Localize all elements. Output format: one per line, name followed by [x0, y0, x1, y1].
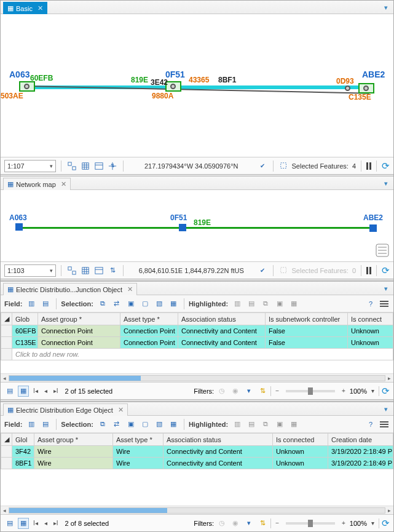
arrows-icon[interactable]: ⇅	[107, 161, 118, 172]
tab-network[interactable]: ▦ Network map ✕	[3, 178, 71, 190]
snap-icon[interactable]	[66, 161, 77, 172]
col-assoc[interactable]: Association status	[178, 313, 266, 325]
scale-select[interactable]: 1:103 ▾	[4, 264, 56, 277]
table-row[interactable]: 60EFB Connection Point Connection Point …	[1, 325, 393, 337]
nav-next-icon[interactable]: ▸I	[52, 520, 60, 526]
hl-5-icon[interactable]: ▦	[288, 418, 300, 431]
pane-menu[interactable]: ▾	[381, 178, 391, 188]
sel-delete-icon[interactable]: ▧	[153, 418, 165, 431]
zoom-slider[interactable]	[286, 522, 335, 525]
hl-2-icon[interactable]: ▤	[245, 298, 258, 310]
nav-prev-icon[interactable]: ◂	[42, 520, 49, 526]
table-icon[interactable]	[93, 161, 104, 172]
nm-node-ABE2[interactable]	[369, 224, 377, 232]
zoom-slider[interactable]	[286, 390, 335, 392]
basic-canvas[interactable]: A063 60EFB 503AE 819E 3E42 0F51 43365 8B…	[1, 14, 393, 157]
hl-3-icon[interactable]: ⧉	[259, 298, 272, 310]
col-asset-type[interactable]: Asset type *	[120, 313, 178, 325]
basemap-icon[interactable]	[375, 243, 390, 258]
nav-prev-icon[interactable]: ◂	[42, 387, 49, 394]
nm-node-A063[interactable]	[15, 223, 23, 231]
selection-icon[interactable]	[278, 161, 290, 172]
table-new-row[interactable]: Click to add new row.	[1, 349, 393, 360]
table-row[interactable]: 8BF1 Wire Wire Connectivity and Content …	[1, 458, 393, 469]
pause-icon[interactable]	[366, 162, 371, 170]
hl-5-icon[interactable]: ▦	[288, 298, 300, 310]
filter-funnel-icon[interactable]: ▾	[243, 386, 254, 397]
nav-first-icon[interactable]: I◂	[31, 387, 40, 394]
hl-3-icon[interactable]: ⧉	[259, 418, 272, 431]
row-selector-header[interactable]: ◢	[1, 434, 12, 446]
col-subnet[interactable]: Is subnetwork controller	[266, 313, 348, 325]
nav-next-icon[interactable]: ▸I	[52, 387, 60, 394]
nav-first-icon[interactable]: I◂	[31, 520, 40, 526]
sel-copy-icon[interactable]: ▦	[167, 418, 179, 431]
table-icon[interactable]	[93, 265, 104, 276]
filter-sort-icon[interactable]: ⇅	[257, 386, 268, 397]
sel-related-icon[interactable]: ⧉	[97, 298, 109, 310]
network-canvas[interactable]: A063 0F51 819E ABE2	[1, 190, 393, 261]
help-icon[interactable]: ?	[364, 298, 377, 310]
sel-zoom-icon[interactable]: ▣	[125, 418, 137, 431]
sel-delete-icon[interactable]: ▧	[153, 298, 165, 310]
grid-icon[interactable]	[80, 265, 91, 276]
hl-2-icon[interactable]: ▤	[245, 418, 258, 431]
hl-4-icon[interactable]: ▣	[274, 298, 286, 310]
col-asset-type[interactable]: Asset type *	[113, 434, 164, 446]
junction-table[interactable]: ◢ Glob Asset group * Asset type * Associ…	[1, 312, 393, 360]
zoom-minus[interactable]: −	[274, 387, 281, 394]
view-all-icon[interactable]: ▤	[4, 518, 15, 529]
hl-1-icon[interactable]: ▥	[231, 298, 243, 310]
toolbar-menu-icon[interactable]	[379, 419, 390, 430]
zoom-minus[interactable]: −	[274, 520, 281, 526]
field-add-icon[interactable]: ▥	[25, 298, 37, 310]
close-icon[interactable]: ✕	[61, 180, 66, 188]
view-selected-icon[interactable]: ▦	[18, 386, 29, 397]
pane-menu[interactable]: ▾	[381, 2, 391, 12]
sel-switch-icon[interactable]: ⇄	[111, 418, 123, 431]
coords-menu[interactable]: ✔	[257, 161, 268, 172]
view-all-icon[interactable]: ▤	[4, 386, 15, 397]
hl-4-icon[interactable]: ▣	[274, 418, 286, 431]
sel-zoom-icon[interactable]: ▣	[125, 298, 137, 310]
filter-extent-icon[interactable]: ◉	[230, 386, 241, 397]
snap-icon[interactable]	[66, 265, 77, 276]
filter-time-icon[interactable]: ◷	[216, 518, 227, 529]
edge-hscroll[interactable]: ◂ ▸	[1, 506, 393, 514]
col-connected[interactable]: Is connect	[348, 313, 393, 325]
sel-clear-icon[interactable]: ▢	[139, 418, 151, 431]
tab-junction[interactable]: ▦ Electric Distributio...Junction Object…	[3, 283, 137, 295]
pane-menu[interactable]: ▾	[381, 284, 391, 293]
close-icon[interactable]: ✕	[127, 285, 133, 293]
refresh-icon[interactable]: ⟳	[382, 518, 390, 529]
col-asset-group[interactable]: Asset group *	[34, 434, 113, 446]
refresh-icon[interactable]: ⟳	[382, 161, 390, 172]
junction-hscroll[interactable]: ◂ ▸	[1, 373, 393, 382]
filter-funnel-icon[interactable]: ▾	[243, 518, 254, 529]
sel-copy-icon[interactable]: ▦	[167, 298, 179, 310]
pane-menu[interactable]: ▾	[381, 404, 391, 414]
scale-select[interactable]: 1:107 ▾	[4, 160, 56, 172]
table-row[interactable]: 3F42 Wire Wire Connectivity and Content …	[1, 446, 393, 458]
help-icon[interactable]: ?	[364, 418, 377, 431]
coords-menu[interactable]: ✔	[257, 265, 268, 276]
table-row[interactable]: C135E Connection Point Connection Point …	[1, 337, 393, 349]
refresh-icon[interactable]: ⟳	[382, 386, 390, 397]
row-selector-header[interactable]: ◢	[1, 313, 12, 325]
zoom-plus[interactable]: +	[340, 520, 347, 526]
grid-icon[interactable]	[80, 161, 91, 172]
col-assoc[interactable]: Association status	[164, 434, 273, 446]
filter-sort-icon[interactable]: ⇅	[257, 518, 268, 529]
col-connected[interactable]: Is connected	[273, 434, 328, 446]
field-calc-icon[interactable]: ▤	[39, 418, 52, 431]
tab-basic[interactable]: ▦ Basic ✕	[3, 2, 47, 14]
arrows-icon[interactable]: ⇅	[107, 265, 118, 276]
sel-switch-icon[interactable]: ⇄	[111, 298, 123, 310]
nm-node-0F51[interactable]	[179, 224, 186, 231]
col-date[interactable]: Creation date	[328, 434, 393, 446]
view-selected-icon[interactable]: ▦	[18, 518, 29, 529]
filter-extent-icon[interactable]: ◉	[230, 518, 241, 529]
pause-icon[interactable]	[366, 267, 371, 274]
edge-table[interactable]: ◢ Glol Asset group * Asset type * Associ…	[1, 433, 393, 469]
tab-edge[interactable]: ▦ Electric Distribution Edge Object ✕	[3, 403, 128, 416]
